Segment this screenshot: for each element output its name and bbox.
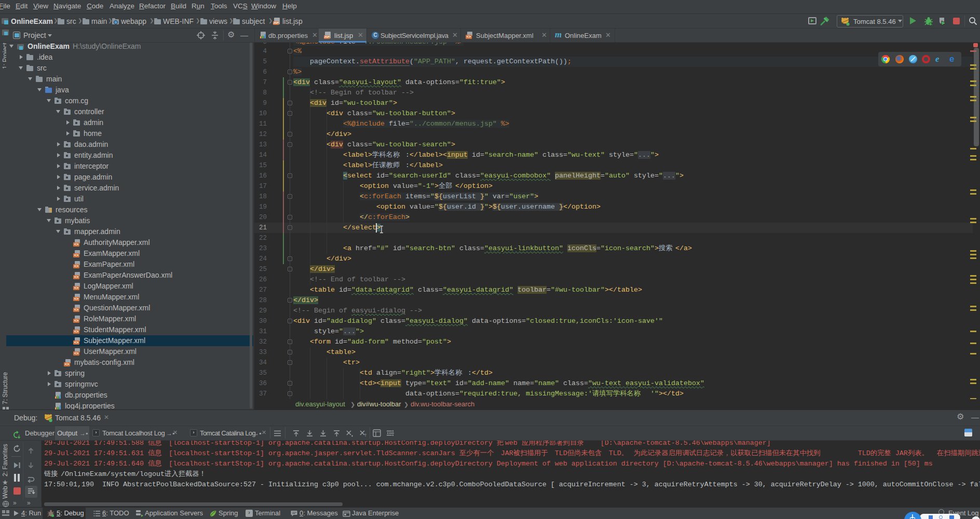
svg-text:T: T <box>364 433 367 437</box>
